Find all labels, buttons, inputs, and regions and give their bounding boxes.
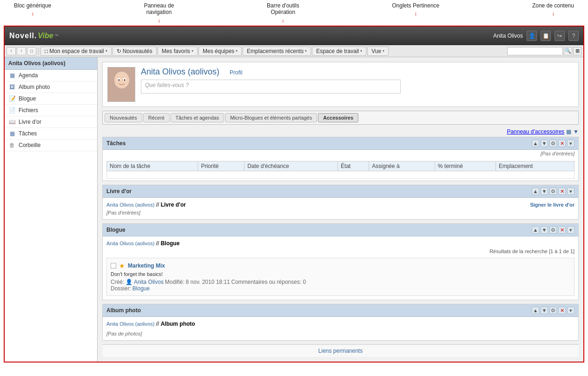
logo-novell: Novell.	[9, 32, 37, 40]
nav-tab-espace-travail[interactable]: Espace de travail ▾	[312, 47, 366, 56]
col-etat: État	[338, 161, 369, 171]
blogue-close-btn[interactable]: ✕	[558, 226, 566, 234]
nav-up-btn[interactable]: ↑	[17, 47, 26, 55]
tab-micro-blogues[interactable]: Micro-Blogues et éléments partagés	[225, 113, 317, 122]
blog-entry-meta: Créé: 👤 Anita Olivos Modifié: 8 nov. 201…	[111, 279, 570, 292]
blog-entry-title-link[interactable]: Marketing Mix	[128, 262, 165, 269]
nav-tab-mes-equipes[interactable]: Mes équipes ▾	[198, 47, 242, 56]
content-footer: Liens permanents	[102, 344, 579, 357]
panel-dropdown-icon[interactable]: ▼	[573, 128, 579, 135]
blogue-breadcrumb: Anita Olivos (aolivos) // Blogue	[106, 240, 575, 247]
user-icon-btn[interactable]: 👤	[527, 31, 537, 41]
album-down-btn[interactable]: ▼	[541, 307, 548, 314]
profile-info: Anita Olivos (aolivos) Profil Que faites…	[141, 67, 574, 94]
content-layout: Anita Olivos (aolivos) ▦ Agenda 🖼 Album …	[5, 57, 583, 362]
sidebar-item-corbeille[interactable]: 🗑 Corbeille	[5, 140, 97, 151]
blogue-search-results: Résultats de la recherche [1 à 1 de 1]	[106, 247, 575, 256]
tab-recent[interactable]: Récent	[143, 113, 170, 122]
blog-author-link[interactable]: Anita Olivos	[134, 279, 164, 285]
help-icon-btn[interactable]: ?	[568, 31, 579, 41]
livre-or-up-btn[interactable]: ▲	[532, 188, 539, 195]
blogue-user-link[interactable]: Anita Olivos (aolivos)	[106, 241, 154, 246]
sidebar-item-album-photo[interactable]: 🖼 Album photo	[5, 81, 97, 93]
album-close-btn[interactable]: ✕	[558, 307, 566, 314]
search-button[interactable]: 🔍	[564, 47, 572, 55]
nav-bookmark-btn[interactable]: □	[27, 47, 36, 55]
annotation-panneau-nav: Panneau denavigation	[144, 2, 174, 16]
album-no-photos: [Pas de photos]	[106, 331, 575, 336]
nav-toolbar: ↑ ↑ □ □ Mon espace de travail ▾ ↻ Nouvea…	[5, 45, 583, 57]
search-input[interactable]	[507, 47, 563, 55]
blogue-down-btn[interactable]: ▼	[541, 226, 548, 234]
tab-nouveautes[interactable]: Nouveautés	[105, 113, 142, 122]
livre-or-settings-btn[interactable]: ⚙	[549, 188, 557, 195]
logo-vibe: Vibe	[38, 32, 53, 40]
livre-or-breadcrumb: Anita Olivos (aolivos) // Livre d'or	[106, 201, 186, 208]
livre-or-user-link[interactable]: Anita Olivos (aolivos)	[106, 202, 154, 208]
album-up-btn[interactable]: ▲	[532, 307, 539, 314]
clipboard-icon-btn[interactable]: 📋	[541, 31, 551, 41]
sidebar-item-livre-or[interactable]: 📖 Livre d'or	[5, 116, 97, 128]
nav-tab-mon-espace[interactable]: □ Mon espace de travail ▾	[40, 47, 112, 56]
livre-or-collapse-btn[interactable]: ▾	[567, 188, 575, 195]
album-icon: 🖼	[8, 83, 16, 91]
blog-entry-checkbox[interactable]	[111, 263, 116, 269]
blog-entry: ★ Marketing Mix Don't forget the basics!…	[106, 258, 575, 296]
logout-icon-btn[interactable]: ↪	[555, 31, 565, 41]
album-collapse-btn[interactable]: ▾	[567, 307, 575, 314]
blog-entry-description: Don't forget the basics!	[111, 271, 570, 277]
album-user-link[interactable]: Anita Olivos (aolivos)	[106, 321, 154, 327]
logo-tm: ™	[54, 34, 59, 38]
nav-tab-mes-favoris[interactable]: Mes favoris ▾	[158, 47, 198, 56]
blog-icon: 📝	[8, 95, 16, 102]
main-content: Anita Olivos (aolivos) Profil Que faites…	[98, 57, 583, 362]
taches-collapse-btn[interactable]: ▾	[567, 140, 575, 147]
blogue-settings-btn[interactable]: ⚙	[549, 226, 557, 234]
annotation-zone-contenu: Zone de contenu	[532, 2, 574, 9]
annotation-arrow-4: ↓	[414, 10, 417, 17]
trash-icon: 🗑	[8, 141, 16, 149]
widget-taches-header: Tâches ▲ ▼ ⚙ ✕ ▾	[103, 137, 578, 150]
annotation-arrow-5: ↓	[552, 10, 555, 17]
album-settings-btn[interactable]: ⚙	[549, 307, 557, 314]
content-tabs-row: Nouveautés Récent Tâches et agendas Micr…	[102, 111, 579, 125]
livre-or-close-btn[interactable]: ✕	[558, 188, 566, 195]
taches-table: Nom de la tâche Priorité Date d'échéance…	[106, 161, 575, 179]
widget-blogue-header: Blogue ▲ ▼ ⚙ ✕ ▾	[103, 224, 578, 236]
livre-or-down-btn[interactable]: ▼	[541, 188, 548, 195]
tab-taches-agendas[interactable]: Tâches et agendas	[171, 113, 225, 122]
header-username: Anita Olivos	[493, 33, 523, 39]
annotation-bloc-generique: Bloc générique	[14, 2, 51, 9]
taches-settings-btn[interactable]: ⚙	[549, 140, 557, 147]
blog-author-icon: 👤	[126, 279, 132, 285]
sidebar-item-fichiers[interactable]: 📄 Fichiers	[5, 105, 97, 116]
blogue-folder-link[interactable]: Blogue	[132, 285, 150, 292]
accessories-panel-link[interactable]: Panneau d'accessoires	[507, 128, 564, 135]
annotation-arrow-3: ↓	[282, 17, 284, 24]
svg-point-4	[114, 72, 129, 88]
taches-no-entries: [Pas d'entrées]	[103, 150, 578, 159]
sidebar-item-taches[interactable]: ▦ Tâches	[5, 128, 97, 140]
nav-back-btn[interactable]: ↑	[7, 47, 16, 55]
taches-up-btn[interactable]: ▲	[532, 140, 539, 147]
blogue-collapse-btn[interactable]: ▾	[567, 226, 575, 234]
widget-livre-or-body: Anita Olivos (aolivos) // Livre d'or Sig…	[103, 198, 578, 219]
tab-accessoires[interactable]: Accessoires	[318, 113, 358, 122]
taches-down-btn[interactable]: ▼	[541, 140, 548, 147]
album-name: Album photo	[161, 321, 195, 327]
widget-livre-or-header: Livre d'or ▲ ▼ ⚙ ✕ ▾	[103, 185, 578, 198]
sidebar-item-blogue[interactable]: 📝 Blogue	[5, 93, 97, 105]
nav-tab-nouveautes[interactable]: ↻ Nouveautés	[112, 47, 157, 56]
profile-status-box[interactable]: Que faites-vous ?	[141, 80, 401, 94]
sign-livre-or-link[interactable]: Signer le livre d'or	[530, 202, 575, 208]
blogue-up-btn[interactable]: ▲	[532, 226, 539, 234]
advanced-search-btn[interactable]: ⊞	[573, 47, 581, 55]
profile-link[interactable]: Profil	[230, 69, 242, 76]
annotation-barre-outils: Barre d'outilsOpération	[267, 2, 299, 16]
nav-tab-emplacements[interactable]: Emplacements récents ▾	[243, 47, 311, 56]
profile-name: Anita Olivos (aolivos)	[141, 67, 219, 77]
nav-tab-vue[interactable]: Vue ▾	[367, 47, 389, 56]
footer-liens-permanents[interactable]: Liens permanents	[318, 348, 363, 354]
taches-close-btn[interactable]: ✕	[558, 140, 566, 147]
sidebar-item-agenda[interactable]: ▦ Agenda	[5, 70, 97, 81]
